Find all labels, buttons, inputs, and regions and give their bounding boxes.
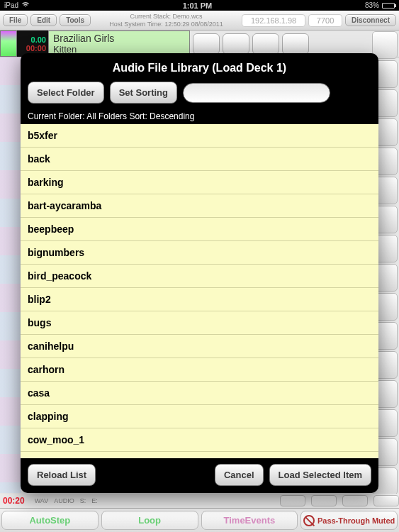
tab-autostep[interactable]: AutoStep bbox=[1, 511, 99, 530]
list-item[interactable]: casa bbox=[21, 382, 378, 405]
modal-title: Audio File Library (Load Deck 1) bbox=[21, 53, 378, 82]
timeline-slot[interactable] bbox=[311, 495, 337, 506]
top-toolbar: File Edit Tools Current Stack: Demo.wcs … bbox=[0, 11, 399, 31]
timecode: 00:20 bbox=[3, 496, 25, 506]
mute-icon bbox=[303, 515, 315, 526]
timeline-row: 00:20 WAV AUDIO S: E: bbox=[0, 494, 399, 508]
edit-button[interactable]: Edit bbox=[30, 14, 57, 26]
cue-button[interactable] bbox=[282, 33, 309, 55]
list-item[interactable]: barking bbox=[21, 171, 378, 194]
carrier-label: iPad bbox=[4, 1, 18, 9]
format-label: WAV bbox=[35, 497, 49, 504]
list-item[interactable]: back bbox=[21, 148, 378, 171]
reload-list-button[interactable]: Reload List bbox=[28, 464, 96, 486]
list-item[interactable]: clapping bbox=[21, 405, 378, 428]
list-item[interactable]: bart-aycaramba bbox=[21, 194, 378, 218]
modal-toolbar: Select Folder Set Sorting bbox=[21, 82, 378, 109]
pause-button[interactable] bbox=[223, 33, 249, 55]
disconnect-button[interactable]: Disconnect bbox=[345, 14, 396, 26]
ip-field[interactable]: 192.168.1.98 bbox=[242, 14, 305, 27]
port-field[interactable]: 7700 bbox=[308, 14, 342, 27]
list-item[interactable]: canihelpu bbox=[21, 335, 378, 358]
battery-percent: 83% bbox=[365, 1, 379, 9]
play-button[interactable] bbox=[193, 33, 220, 55]
list-item[interactable]: cow_moo_1 bbox=[21, 428, 378, 452]
bottom-nav: AutoStep Loop TimeEvents Pass-Through Mu… bbox=[0, 508, 399, 532]
wifi-icon bbox=[21, 1, 30, 9]
deck-elapsed: 0.00 bbox=[31, 35, 46, 44]
modal-footer: Reload List Cancel Load Selected Item bbox=[21, 458, 378, 489]
status-time: 1:01 PM bbox=[183, 1, 213, 10]
level-meter bbox=[0, 31, 17, 57]
end-label: E: bbox=[91, 497, 98, 504]
list-item[interactable]: bird_peacock bbox=[21, 265, 378, 288]
file-button[interactable]: File bbox=[3, 14, 28, 26]
search-input[interactable] bbox=[183, 83, 330, 103]
start-label: S: bbox=[80, 497, 86, 504]
file-list[interactable]: b5xfer back barking bart-aycaramba beepb… bbox=[21, 124, 378, 458]
folder-sort-meta: Current Folder: All Folders Sort: Descen… bbox=[21, 109, 378, 124]
deck-artist: Brazilian Girls bbox=[53, 33, 185, 44]
list-item[interactable]: beepbeep bbox=[21, 218, 378, 241]
tab-passthrough[interactable]: Pass-Through Muted bbox=[300, 511, 398, 530]
tools-button[interactable]: Tools bbox=[60, 14, 91, 26]
host-time-label: Host System Time: 12:50:29 08/08/2011 bbox=[94, 21, 239, 28]
list-item[interactable]: bignumbers bbox=[21, 241, 378, 265]
tab-loop[interactable]: Loop bbox=[101, 511, 198, 530]
list-item[interactable]: bugs bbox=[21, 311, 378, 335]
stop-button[interactable] bbox=[252, 33, 279, 55]
list-item[interactable]: carhorn bbox=[21, 358, 378, 382]
set-sorting-button[interactable]: Set Sorting bbox=[110, 82, 177, 104]
deck-remaining: 00:00 bbox=[26, 44, 46, 52]
list-item[interactable]: blip2 bbox=[21, 288, 378, 311]
cancel-button[interactable]: Cancel bbox=[215, 464, 264, 486]
playlist-background bbox=[0, 57, 21, 493]
status-bar: iPad 1:01 PM 83% bbox=[0, 0, 399, 11]
load-selected-button[interactable]: Load Selected Item bbox=[269, 464, 371, 486]
type-label: AUDIO bbox=[54, 497, 74, 504]
timeline-slot[interactable] bbox=[280, 495, 305, 506]
passthrough-label: Pass-Through Muted bbox=[317, 516, 395, 525]
select-folder-button[interactable]: Select Folder bbox=[28, 82, 104, 104]
battery-icon bbox=[382, 3, 395, 9]
top-info: Current Stack: Demo.wcs Host System Time… bbox=[94, 13, 239, 28]
stack-label: Current Stack: Demo.wcs bbox=[94, 13, 239, 21]
timeline-slot[interactable] bbox=[342, 495, 368, 506]
timeline-slot[interactable] bbox=[373, 495, 399, 506]
audio-library-modal: Audio File Library (Load Deck 1) Select … bbox=[21, 53, 378, 493]
list-item[interactable]: b5xfer bbox=[21, 124, 378, 148]
tab-timeevents[interactable]: TimeEvents bbox=[201, 511, 298, 530]
